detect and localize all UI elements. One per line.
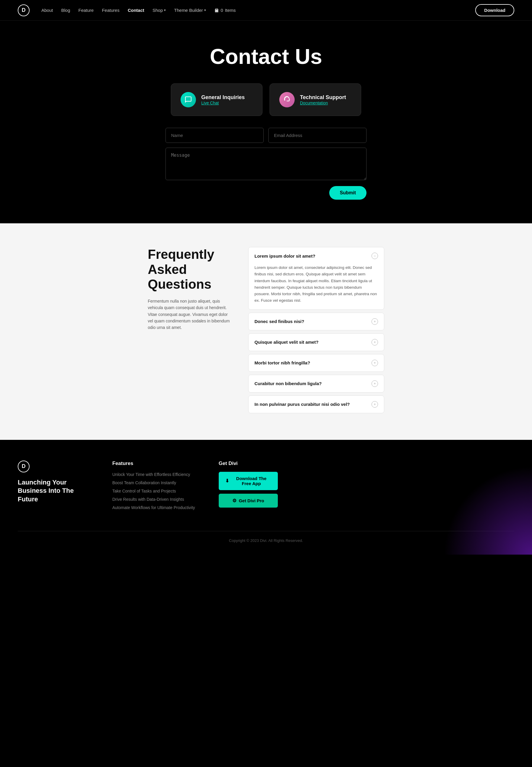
faq-item-5-header[interactable]: Curabitur non bibendum ligula? +	[249, 375, 384, 392]
faq-expand-icon: +	[372, 339, 378, 346]
faq-item-3-header[interactable]: Quisque aliquet velit sit amet? +	[249, 334, 384, 351]
faq-left: Frequently Asked Questions Fermentum nul…	[148, 247, 231, 331]
faq-item-3: Quisque aliquet velit sit amet? +	[248, 333, 384, 351]
faq-item-2-question: Donec sed finibus nisi?	[254, 319, 304, 324]
nav-features[interactable]: Features	[102, 8, 119, 13]
cart[interactable]: 0 Items	[214, 8, 236, 13]
footer-feature-2[interactable]: Boost Team Collaboration Instantly	[112, 480, 176, 485]
footer-feature-5[interactable]: Automate Workflows for Ultimate Producti…	[112, 505, 195, 510]
footer-features-col: Features Unlock Your Time with Effortles…	[112, 460, 195, 513]
divi-pro-icon: ⚙	[232, 498, 236, 503]
footer-features-heading: Features	[112, 460, 195, 466]
faq-item-4-header[interactable]: Morbi tortor nibh fringilla? +	[249, 354, 384, 372]
faq-item-6: In non pulvinar purus curabitur nisi odi…	[248, 395, 384, 413]
documentation-link[interactable]: Documentation	[300, 100, 346, 105]
faq-expand-icon: +	[372, 380, 378, 387]
email-input[interactable]	[268, 128, 366, 143]
headset-icon	[283, 96, 291, 103]
footer: D Launching Your Business Into The Futur…	[0, 440, 532, 554]
logo[interactable]: D	[18, 4, 30, 16]
message-textarea[interactable]	[166, 147, 366, 180]
contact-form: Submit	[166, 128, 366, 200]
faq-item-5: Curabitur non bibendum ligula? +	[248, 375, 384, 393]
faq-item-3-question: Quisque aliquet velit sit amet?	[254, 340, 319, 345]
submit-button[interactable]: Submit	[329, 186, 366, 200]
live-chat-link[interactable]: Live Chat	[201, 100, 245, 105]
general-inquiries-icon	[181, 92, 196, 107]
footer-get-divi-heading: Get Divi	[219, 460, 278, 466]
logo-letter: D	[22, 7, 26, 13]
faq-item-2-header[interactable]: Donec sed finibus nisi? +	[249, 313, 384, 330]
form-row-1	[166, 128, 366, 143]
nav-shop[interactable]: Shop ▾	[153, 8, 166, 13]
faq-item-1-header[interactable]: Lorem ipsum dolor sit amet? −	[249, 247, 384, 265]
footer-get-divi-col: Get Divi ⬇ Download The Free App ⚙ Get D…	[219, 460, 278, 513]
footer-feature-4[interactable]: Drive Results with Data-Driven Insights	[112, 497, 184, 502]
faq-collapse-icon: −	[372, 253, 378, 259]
technical-support-icon	[279, 92, 295, 107]
download-icon: ⬇	[225, 478, 229, 484]
faq-item-1: Lorem ipsum dolor sit amet? − Lorem ipsu…	[248, 247, 384, 310]
footer-copyright: Copyright © 2023 Divi. All Rights Reserv…	[229, 538, 303, 543]
faq-expand-icon: +	[372, 401, 378, 408]
faq-item-2: Donec sed finibus nisi? +	[248, 313, 384, 330]
contact-section: Contact Us General Inquiries Live Chat T…	[0, 21, 532, 223]
faq-expand-icon: +	[372, 318, 378, 325]
footer-brand: D Launching Your Business Into The Futur…	[18, 460, 89, 513]
nav-links: About Blog Feature Features Contact Shop…	[41, 8, 475, 13]
cart-label: Items	[225, 8, 236, 13]
chevron-down-icon: ▾	[164, 8, 166, 12]
faq-description: Fermentum nulla non justo aliquet, quis …	[148, 298, 231, 331]
faq-item-6-header[interactable]: In non pulvinar purus curabitur nisi odi…	[249, 396, 384, 413]
footer-logo[interactable]: D	[18, 460, 30, 472]
navbar: D About Blog Feature Features Contact Sh…	[0, 0, 532, 21]
footer-logo-letter: D	[22, 463, 26, 469]
faq-right: Lorem ipsum dolor sit amet? − Lorem ipsu…	[248, 247, 384, 416]
chevron-down-icon: ▾	[204, 8, 206, 12]
faq-item-1-question: Lorem ipsum dolor sit amet?	[254, 254, 315, 259]
technical-support-title: Technical Support	[300, 94, 346, 100]
contact-cards: General Inquiries Live Chat Technical Su…	[18, 83, 514, 116]
get-divi-pro-button[interactable]: ⚙ Get Divi Pro	[219, 494, 278, 507]
faq-item-6-question: In non pulvinar purus curabitur nisi odi…	[254, 402, 350, 407]
footer-feature-1[interactable]: Unlock Your Time with Effortless Efficie…	[112, 472, 190, 477]
footer-feature-3[interactable]: Take Control of Tasks and Projects	[112, 489, 176, 493]
faq-section: Frequently Asked Questions Fermentum nul…	[0, 223, 532, 440]
general-inquiries-title: General Inquiries	[201, 94, 245, 100]
faq-heading: Frequently Asked Questions	[148, 247, 231, 292]
nav-contact[interactable]: Contact	[128, 8, 144, 13]
download-free-label: Download The Free App	[231, 476, 271, 486]
download-button[interactable]: Download	[475, 4, 514, 16]
chat-icon	[184, 96, 192, 103]
nav-feature[interactable]: Feature	[78, 8, 94, 13]
form-submit-row: Submit	[166, 186, 366, 200]
general-inquiries-info: General Inquiries Live Chat	[201, 94, 245, 105]
cart-icon	[214, 8, 219, 13]
download-free-app-button[interactable]: ⬇ Download The Free App	[219, 472, 278, 490]
nav-about[interactable]: About	[41, 8, 53, 13]
cart-count: 0	[221, 8, 223, 13]
footer-tagline: Launching Your Business Into The Future	[18, 478, 89, 504]
faq-item-1-body: Lorem ipsum dolor sit amet, consectetur …	[249, 265, 384, 309]
general-inquiries-card: General Inquiries Live Chat	[171, 83, 262, 116]
technical-support-card: Technical Support Documentation	[270, 83, 361, 116]
nav-theme-builder[interactable]: Theme Builder ▾	[174, 8, 206, 13]
nav-blog[interactable]: Blog	[61, 8, 70, 13]
contact-heading: Contact Us	[18, 44, 514, 69]
technical-support-info: Technical Support Documentation	[300, 94, 346, 105]
faq-item-4: Morbi tortor nibh fringilla? +	[248, 354, 384, 372]
faq-expand-icon: +	[372, 360, 378, 366]
faq-item-4-question: Morbi tortor nibh fringilla?	[254, 360, 310, 365]
get-divi-pro-label: Get Divi Pro	[239, 498, 264, 503]
name-input[interactable]	[166, 128, 264, 143]
footer-top: D Launching Your Business Into The Futur…	[18, 460, 514, 513]
footer-features-list: Unlock Your Time with Effortless Efficie…	[112, 472, 195, 510]
footer-bottom: Copyright © 2023 Divi. All Rights Reserv…	[18, 531, 514, 543]
faq-item-5-question: Curabitur non bibendum ligula?	[254, 381, 322, 386]
